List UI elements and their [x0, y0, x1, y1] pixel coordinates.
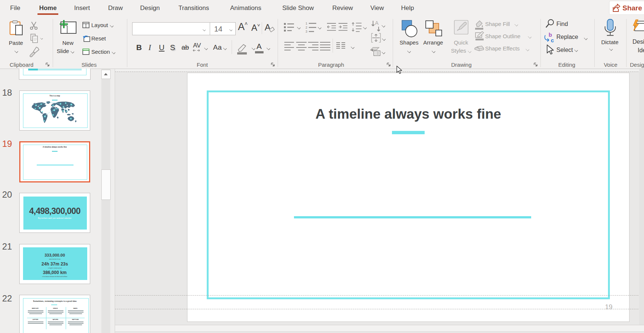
svg-text:A: A [265, 22, 271, 32]
svg-text:3: 3 [305, 30, 307, 33]
svg-text:2: 2 [305, 26, 307, 29]
svg-text:1: 1 [305, 22, 307, 25]
svg-text:AV: AV [193, 42, 201, 49]
svg-text:c: c [551, 37, 554, 43]
svg-text:A: A [375, 20, 379, 26]
